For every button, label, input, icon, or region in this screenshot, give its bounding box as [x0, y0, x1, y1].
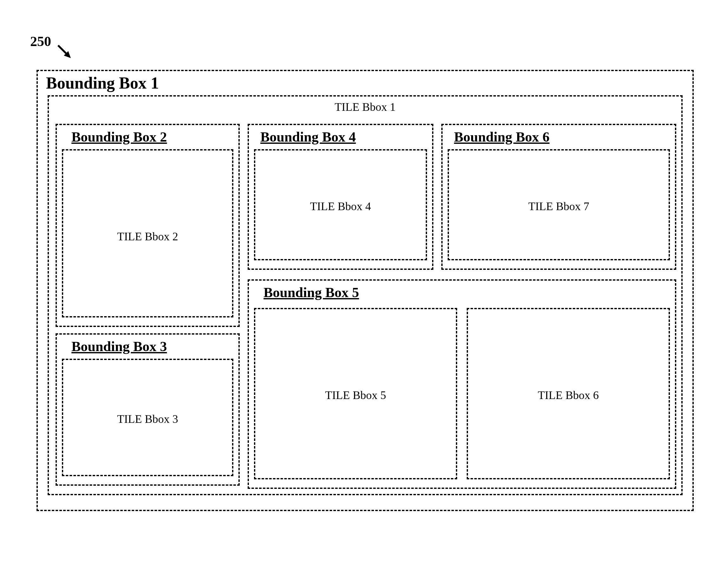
tile-bbox-3: TILE Bbox 3 [62, 359, 233, 476]
tile-bbox-3-label: TILE Bbox 3 [63, 412, 232, 426]
tile-bbox-5: TILE Bbox 5 [254, 308, 457, 479]
tile-bbox-5-label: TILE Bbox 5 [255, 389, 456, 402]
tile-bbox-6-label: TILE Bbox 6 [468, 389, 669, 402]
bb1-title: Bounding Box 1 [44, 74, 161, 92]
bb5-title: Bounding Box 5 [262, 285, 361, 301]
bb4-title: Bounding Box 4 [258, 129, 358, 145]
bb2-title: Bounding Box 2 [70, 129, 169, 145]
tile-bbox-2: TILE Bbox 2 [62, 149, 233, 317]
tile-bbox-7: TILE Bbox 7 [448, 149, 670, 260]
tile-bbox-1-label: TILE Bbox 1 [49, 100, 681, 114]
tile-bbox-4-label: TILE Bbox 4 [255, 200, 426, 213]
tile-bbox-4: TILE Bbox 4 [254, 149, 427, 260]
bb3-title: Bounding Box 3 [70, 338, 169, 354]
tile-bbox-7-label: TILE Bbox 7 [449, 200, 669, 213]
figure-number: 250 [30, 33, 51, 50]
tile-bbox-2-label: TILE Bbox 2 [63, 230, 232, 243]
tile-bbox-6: TILE Bbox 6 [467, 308, 670, 479]
arrow-icon [56, 43, 75, 62]
bb6-title: Bounding Box 6 [452, 129, 551, 145]
